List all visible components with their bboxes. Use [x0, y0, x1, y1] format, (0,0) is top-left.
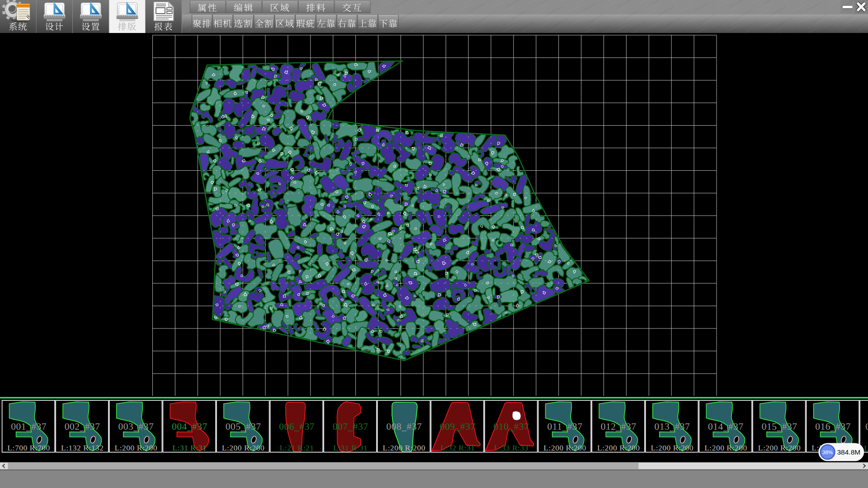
svg-text:002_#37: 002_#37: [65, 421, 100, 432]
svg-text:014_#37: 014_#37: [708, 421, 744, 432]
svg-text:L:31 R:31: L:31 R:31: [172, 443, 207, 452]
svg-text:L:21 R:21: L:21 R:21: [280, 443, 314, 452]
svg-text:L:200 R:200: L:200 R:200: [222, 443, 264, 452]
svg-text:L:: L:: [864, 444, 868, 453]
svg-text:013_#37: 013_#37: [654, 421, 690, 432]
svg-text:L:200 R:200: L:200 R:200: [383, 443, 425, 452]
svg-text:L:200 R:200: L:200 R:200: [651, 443, 693, 452]
svg-text:016_#37: 016_#37: [815, 421, 851, 432]
svg-text:012_#37: 012_#37: [601, 421, 637, 432]
svg-text:L:32 R:31: L:32 R:31: [440, 443, 475, 452]
svg-text:384.8M: 384.8M: [837, 448, 861, 456]
svg-text:006_#37: 006_#37: [279, 421, 315, 432]
svg-text:L:33 R:33: L:33 R:33: [494, 443, 528, 452]
svg-text:009_#37: 009_#37: [440, 421, 476, 432]
svg-text:003_#37: 003_#37: [118, 421, 154, 432]
svg-text:L:200 R:200: L:200 R:200: [543, 443, 586, 452]
svg-text:L:200 R:200: L:200 R:200: [758, 443, 801, 452]
svg-text:007_#37: 007_#37: [333, 421, 368, 432]
svg-text:005_#37: 005_#37: [226, 421, 261, 432]
svg-text:008_#37: 008_#37: [386, 421, 422, 432]
svg-text:L:200 R:200: L:200 R:200: [597, 443, 640, 452]
svg-text:015_#37: 015_#37: [762, 421, 797, 432]
svg-text:L:31 R:31: L:31 R:31: [333, 443, 368, 452]
svg-text:001_#37: 001_#37: [11, 421, 47, 432]
svg-text:0: 0: [865, 421, 868, 432]
svg-text:L:700 R:700: L:700 R:700: [7, 443, 50, 452]
svg-text:L:200 R:200: L:200 R:200: [115, 443, 157, 452]
svg-text:011_#37: 011_#37: [547, 421, 583, 432]
svg-text:38%: 38%: [822, 450, 833, 455]
svg-text:L:132 R:132: L:132 R:132: [61, 443, 104, 452]
svg-text:004_#37: 004_#37: [172, 421, 208, 432]
svg-text:010_#37: 010_#37: [494, 421, 529, 432]
svg-text:L:200 R:200: L:200 R:200: [704, 443, 747, 452]
